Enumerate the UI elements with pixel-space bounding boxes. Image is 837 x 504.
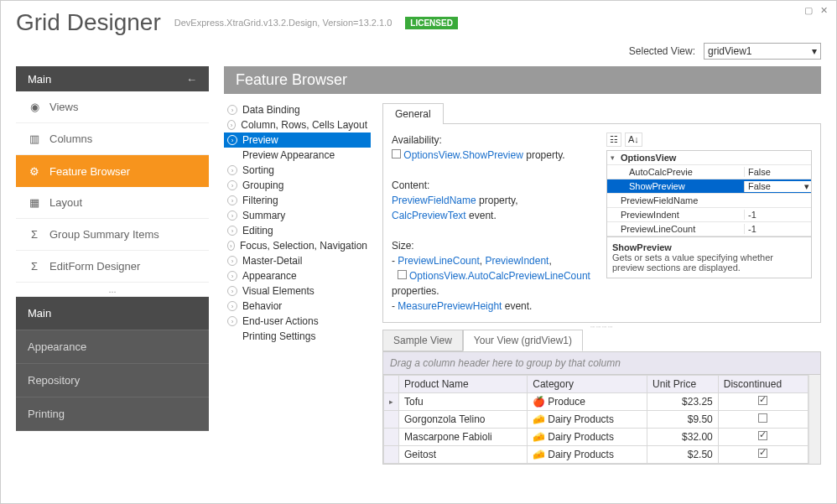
table-row[interactable]: Mascarpone Fabioli 🧀Dairy Products $32.0… xyxy=(384,429,808,446)
checkbox-icon xyxy=(758,431,767,440)
tree-item-behavior[interactable]: ›Behavior xyxy=(224,299,371,314)
showpreview-checkbox[interactable] xyxy=(392,149,401,158)
sidebar-item-views[interactable]: ◉ Views xyxy=(16,91,209,123)
prop-row-previewlinecount[interactable]: PreviewLineCount -1 xyxy=(607,222,811,236)
preview-grid: Drag a column header here to group by th… xyxy=(382,351,821,465)
property-grid: ▾ OptionsView AutoCalcPrevie False xyxy=(606,150,812,237)
tab-your-view[interactable]: Your View (gridView1) xyxy=(463,330,583,351)
tree-item-printing-settings[interactable]: Printing Settings xyxy=(224,329,371,344)
cell-unit-price[interactable]: $2.50 xyxy=(647,446,719,464)
header-row: Product Name Category Unit Price Discont… xyxy=(384,376,808,393)
prop-group-optionsview[interactable]: ▾ OptionsView xyxy=(607,151,811,165)
cell-product-name[interactable]: Mascarpone Fabioli xyxy=(399,429,528,446)
prop-row-autocalc[interactable]: AutoCalcPrevie False xyxy=(607,165,811,179)
vertical-scrollbar[interactable] xyxy=(808,375,820,464)
expand-icon: › xyxy=(227,271,237,281)
main-panel: Feature Browser ›Data Binding ›Column, R… xyxy=(224,66,821,488)
titlebar-buttons: ▢ ✕ xyxy=(804,6,828,14)
autocalc-checkbox[interactable] xyxy=(398,270,407,279)
link-optionsview-showpreview[interactable]: OptionsView.ShowPreview xyxy=(403,149,523,161)
cell-category[interactable]: 🍎Produce xyxy=(528,393,647,411)
tree-item-filtering[interactable]: ›Filtering xyxy=(224,193,371,208)
table-row[interactable]: Geitost 🧀Dairy Products $2.50 xyxy=(384,446,808,464)
cell-category[interactable]: 🧀Dairy Products xyxy=(528,446,647,464)
tree-item-master-detail[interactable]: ›Master-Detail xyxy=(224,253,371,268)
cell-product-name[interactable]: Tofu xyxy=(399,393,528,411)
tab-sample-view[interactable]: Sample View xyxy=(382,330,463,351)
sidebar-category-appearance[interactable]: Appearance xyxy=(16,330,209,364)
sidebar-category-repository[interactable]: Repository xyxy=(16,364,209,397)
horizontal-splitter[interactable]: ┈┈┈┈ xyxy=(382,323,821,330)
col-unit-price[interactable]: Unit Price xyxy=(647,376,719,393)
tree-item-preview[interactable]: ›Preview xyxy=(224,132,371,148)
expand-icon: › xyxy=(227,241,235,251)
sort-az-icon[interactable]: A↓ xyxy=(625,132,642,147)
sidebar-collapse-toggle[interactable]: ... xyxy=(16,283,209,297)
property-desc-text: Gets or sets a value specifying whether … xyxy=(612,252,773,273)
cell-discontinued[interactable] xyxy=(718,429,808,446)
cell-unit-price[interactable]: $23.25 xyxy=(647,393,719,411)
table-row[interactable]: Gorgonzola Telino 🧀Dairy Products $9.50 xyxy=(384,411,808,429)
tree-item-appearance[interactable]: ›Appearance xyxy=(224,268,371,283)
close-icon[interactable]: ✕ xyxy=(819,6,828,14)
link-previewfieldname[interactable]: PreviewFieldName xyxy=(392,195,476,206)
link-autocalcpreviewlinecount[interactable]: OptionsView.AutoCalcPreviewLineCount xyxy=(409,270,590,282)
tree-item-data-binding[interactable]: ›Data Binding xyxy=(224,102,371,117)
link-previewlinecount[interactable]: PreviewLineCount xyxy=(398,255,479,267)
col-category[interactable]: Category xyxy=(528,376,647,393)
tab-general[interactable]: General xyxy=(382,103,444,124)
sidebar-item-group-summary[interactable]: Σ Group Summary Items xyxy=(16,219,209,251)
cell-product-name[interactable]: Geitost xyxy=(399,446,528,464)
table-row[interactable]: ▸ Tofu 🍎Produce $23.25 xyxy=(384,393,808,411)
maximize-icon[interactable]: ▢ xyxy=(804,6,813,14)
sidebar-item-label: Group Summary Items xyxy=(49,228,159,241)
chevron-down-icon: ▾ xyxy=(804,181,809,192)
expand-icon: › xyxy=(227,165,237,175)
sidebar-item-feature-browser[interactable]: ⚙ Feature Browser xyxy=(16,155,209,187)
selected-view-dropdown[interactable]: gridView1 ▾ xyxy=(704,43,821,60)
sidebar-category-printing[interactable]: Printing xyxy=(16,397,209,431)
property-desc-title: ShowPreview xyxy=(612,242,672,252)
cell-discontinued[interactable] xyxy=(718,393,808,411)
cell-category[interactable]: 🧀Dairy Products xyxy=(528,411,647,429)
link-calcpreviewtext[interactable]: CalcPreviewText xyxy=(392,210,466,221)
prop-row-previewfieldname[interactable]: PreviewFieldName xyxy=(607,194,811,208)
sidebar-section-main-header[interactable]: Main ← xyxy=(16,66,209,91)
link-measurepreviewheight[interactable]: MeasurePreviewHeight xyxy=(398,300,502,312)
tree-item-visual-elements[interactable]: ›Visual Elements xyxy=(224,283,371,299)
sidebar-item-columns[interactable]: ▥ Columns xyxy=(16,123,209,155)
cell-category[interactable]: 🧀Dairy Products xyxy=(528,429,647,446)
cheese-icon: 🧀 xyxy=(533,413,544,425)
tree-item-sorting[interactable]: ›Sorting xyxy=(224,163,371,178)
back-arrow-icon[interactable]: ← xyxy=(186,73,197,86)
tree-item-summary[interactable]: ›Summary xyxy=(224,208,371,223)
tree-item-end-user-actions[interactable]: ›End-user Actions xyxy=(224,314,371,329)
tree-item-grouping[interactable]: ›Grouping xyxy=(224,178,371,193)
categorize-icon[interactable]: ☷ xyxy=(606,132,621,147)
tree-item-focus-selection[interactable]: ›Focus, Selection, Navigation xyxy=(224,238,371,253)
sidebar-item-label: Views xyxy=(49,101,78,113)
tree-item-preview-appearance[interactable]: Preview Appearance xyxy=(224,148,371,163)
col-discontinued[interactable]: Discontinued xyxy=(718,376,808,393)
link-previewindent[interactable]: PreviewIndent xyxy=(485,255,548,267)
sidebar-item-editform-designer[interactable]: Σ EditForm Designer xyxy=(16,251,209,283)
cell-unit-price[interactable]: $32.00 xyxy=(647,429,719,446)
tree-item-column-rows[interactable]: ›Column, Rows, Cells Layout xyxy=(224,117,371,132)
cell-discontinued[interactable] xyxy=(718,446,808,464)
selected-view-value: gridView1 xyxy=(708,45,751,57)
cell-product-name[interactable]: Gorgonzola Telino xyxy=(399,411,528,429)
expand-icon: › xyxy=(227,226,237,236)
collapse-icon[interactable]: ▾ xyxy=(607,153,617,162)
prop-value-dropdown[interactable]: False▾ xyxy=(744,181,811,192)
feature-tabs: General xyxy=(382,102,821,124)
cell-unit-price[interactable]: $9.50 xyxy=(647,411,719,429)
prop-row-previewindent[interactable]: PreviewIndent -1 xyxy=(607,208,811,222)
group-panel[interactable]: Drag a column header here to group by th… xyxy=(383,352,820,375)
prop-row-showpreview[interactable]: ShowPreview False▾ xyxy=(607,179,811,194)
sidebar-item-layout[interactable]: ▦ Layout xyxy=(16,187,209,219)
tree-item-editing[interactable]: ›Editing xyxy=(224,223,371,238)
sidebar-category-main[interactable]: Main xyxy=(16,297,209,330)
cell-discontinued[interactable] xyxy=(718,411,808,429)
row-indicator xyxy=(384,411,399,429)
col-product-name[interactable]: Product Name xyxy=(399,376,528,393)
